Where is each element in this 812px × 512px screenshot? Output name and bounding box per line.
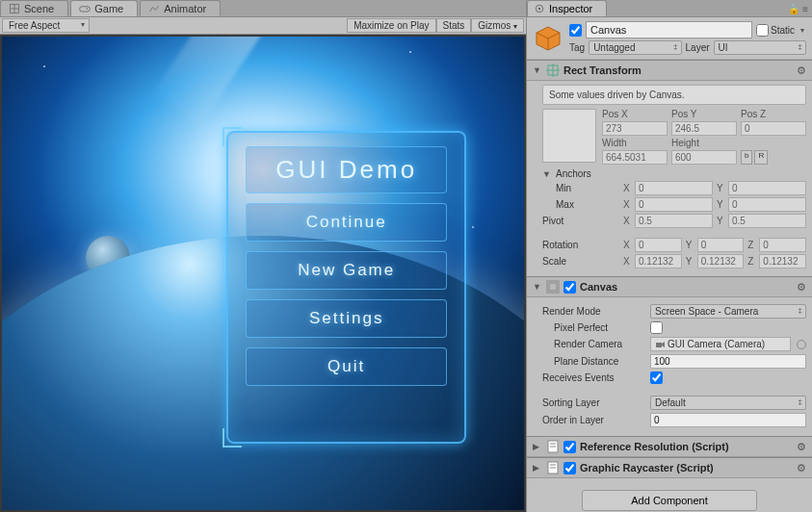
svg-rect-14 — [656, 343, 662, 347]
editor-tabs: Scene Game Animator — [0, 0, 526, 17]
blueprint-button[interactable]: b — [741, 150, 752, 165]
static-checkbox[interactable] — [756, 24, 769, 37]
tab-animator[interactable]: Animator — [140, 0, 221, 16]
canvas-title: Canvas — [580, 281, 793, 293]
anchor-max-y[interactable] — [728, 197, 806, 212]
menu-title: GUI Demo — [246, 146, 447, 193]
gui-menu-panel: GUI Demo Continue New Game Settings Quit — [226, 131, 466, 444]
rect-transform-title: Rect Transform — [563, 64, 793, 76]
receives-events-checkbox[interactable] — [650, 371, 663, 384]
render-camera-field[interactable]: GUI Camera (Camera) — [650, 337, 791, 351]
gear-icon[interactable]: ⚙ — [797, 462, 806, 474]
scale-y[interactable] — [697, 254, 745, 269]
posy-field[interactable] — [671, 121, 737, 136]
pixel-perfect-checkbox[interactable] — [650, 321, 663, 334]
gear-icon[interactable]: ⚙ — [797, 441, 806, 453]
rot-y[interactable] — [697, 238, 745, 252]
svg-marker-15 — [662, 342, 665, 347]
anchor-min-y[interactable] — [728, 181, 806, 195]
object-picker-icon[interactable] — [797, 340, 806, 349]
canvas-enabled-checkbox[interactable] — [563, 281, 576, 294]
gear-icon[interactable]: ⚙ — [797, 281, 806, 294]
gear-icon[interactable]: ⚙ — [797, 64, 806, 77]
light-beam — [148, 37, 390, 131]
continue-button[interactable]: Continue — [246, 203, 447, 242]
anchor-preset-button[interactable] — [542, 109, 596, 163]
render-mode-dropdown[interactable]: Screen Space - Camera — [650, 304, 806, 319]
gizmos-dropdown[interactable]: Gizmos ▾ — [471, 18, 524, 33]
gameobject-header: Static ▾ Tag Untagged Layer UI — [527, 17, 812, 60]
svg-rect-13 — [549, 283, 557, 291]
plane-distance-field[interactable] — [650, 354, 806, 369]
component-reference-resolution-header[interactable]: ▶ Reference Resolution (Script) ⚙ — [527, 436, 812, 457]
raycaster-enabled-checkbox[interactable] — [563, 462, 576, 474]
stats-toggle[interactable]: Stats — [436, 18, 472, 33]
fold-icon[interactable]: ▼ — [533, 65, 542, 75]
raw-button[interactable]: R — [754, 150, 768, 165]
refres-enabled-checkbox[interactable] — [563, 441, 576, 453]
tab-game-label: Game — [94, 3, 123, 14]
sorting-layer-dropdown[interactable]: Default — [650, 396, 806, 410]
fold-icon[interactable]: ▼ — [533, 282, 542, 292]
quit-button[interactable]: Quit — [246, 347, 447, 386]
pivot-x[interactable] — [635, 214, 713, 228]
scale-z[interactable] — [759, 254, 806, 269]
anchor-max-x[interactable] — [635, 197, 713, 212]
posz-field[interactable] — [741, 121, 806, 136]
order-in-layer-field[interactable] — [650, 413, 806, 427]
inspector-icon — [534, 3, 545, 14]
settings-button[interactable]: Settings — [246, 299, 447, 338]
scene-icon — [9, 3, 20, 14]
camera-icon — [655, 340, 665, 349]
svg-rect-3 — [80, 7, 91, 12]
tab-scene-label: Scene — [24, 3, 54, 14]
tab-inspector[interactable]: Inspector — [527, 0, 607, 16]
scale-x[interactable] — [635, 254, 682, 269]
tab-animator-label: Animator — [164, 3, 206, 14]
component-canvas-header[interactable]: ▼ Canvas ⚙ — [527, 276, 812, 297]
width-field[interactable] — [602, 150, 668, 165]
add-component-button[interactable]: Add Component — [582, 490, 757, 511]
pivot-y[interactable] — [728, 214, 806, 228]
rot-x[interactable] — [635, 238, 682, 252]
svg-point-6 — [538, 8, 540, 10]
script-icon — [546, 461, 560, 474]
game-view: GUI Demo Continue New Game Settings Quit — [0, 35, 526, 512]
tag-dropdown[interactable]: Untagged — [589, 40, 681, 55]
static-dropdown[interactable]: ▾ — [799, 26, 806, 35]
refres-title: Reference Resolution (Script) — [580, 441, 793, 452]
component-graphic-raycaster-header[interactable]: ▶ Graphic Raycaster (Script) ⚙ — [527, 457, 812, 478]
rect-transform-body: Some values driven by Canvas. Pos X Pos … — [527, 81, 812, 276]
gameobject-icon[interactable] — [533, 23, 563, 54]
aspect-dropdown[interactable]: Free Aspect — [2, 18, 90, 33]
tab-game[interactable]: Game — [70, 0, 138, 16]
anchor-min-x[interactable] — [635, 181, 713, 195]
game-toolbar: Free Aspect Maximize on Play Stats Gizmo… — [0, 17, 526, 35]
svg-point-4 — [87, 8, 89, 10]
panel-lock[interactable]: 🔒 ≡ — [784, 2, 812, 16]
rect-transform-icon — [546, 64, 560, 77]
maximize-toggle[interactable]: Maximize on Play — [347, 18, 435, 33]
canvas-icon — [546, 280, 560, 294]
game-icon — [79, 3, 91, 14]
rot-z[interactable] — [759, 238, 806, 252]
canvas-body: Render ModeScreen Space - Camera Pixel P… — [527, 297, 812, 436]
raycaster-title: Graphic Raycaster (Script) — [580, 462, 793, 474]
rect-hint: Some values driven by Canvas. — [542, 85, 806, 105]
game-render: GUI Demo Continue New Game Settings Quit — [2, 37, 524, 510]
component-rect-transform-header[interactable]: ▼ Rect Transform ⚙ — [527, 60, 812, 81]
posx-field[interactable] — [602, 121, 668, 136]
height-field[interactable] — [671, 150, 737, 165]
animator-icon — [148, 3, 160, 14]
anchors-fold[interactable]: ▼ — [542, 169, 552, 179]
layer-dropdown[interactable]: UI — [714, 40, 806, 55]
inspector-tab-label: Inspector — [549, 3, 592, 14]
script-icon — [546, 440, 560, 453]
tab-scene[interactable]: Scene — [0, 0, 68, 16]
gameobject-active-checkbox[interactable] — [569, 24, 582, 37]
fold-icon[interactable]: ▶ — [533, 463, 542, 473]
newgame-button[interactable]: New Game — [246, 251, 447, 290]
fold-icon[interactable]: ▶ — [533, 442, 542, 451]
gameobject-name-field[interactable] — [586, 21, 752, 38]
